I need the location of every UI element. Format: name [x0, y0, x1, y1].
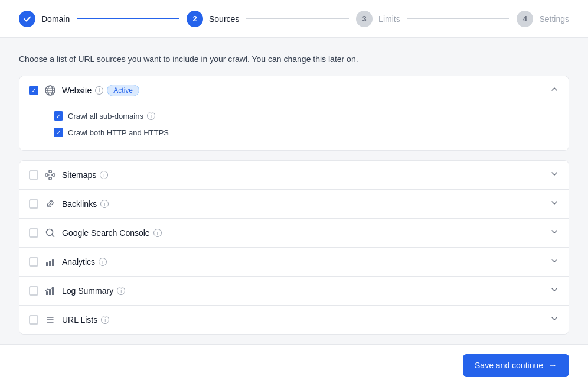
url-lists-checkbox[interactable] — [29, 315, 38, 325]
step-domain: Domain — [19, 11, 70, 27]
analytics-checkbox[interactable] — [29, 257, 38, 267]
analytics-label: Analytics i — [62, 257, 544, 267]
backlinks-row[interactable]: Backlinks i — [19, 190, 569, 218]
website-info-icon[interactable]: i — [95, 86, 103, 95]
subdomains-info-icon[interactable]: i — [147, 112, 155, 120]
step-sources: 2 Sources — [187, 11, 239, 27]
log-summary-info-icon[interactable]: i — [117, 287, 125, 295]
step-label-settings: Settings — [539, 14, 569, 24]
gsc-checkbox[interactable] — [29, 228, 38, 238]
svg-rect-8 — [49, 261, 51, 266]
svg-rect-10 — [46, 291, 48, 295]
gsc-label: Google Search Console i — [62, 228, 544, 238]
gsc-info-icon[interactable]: i — [153, 229, 162, 237]
svg-rect-7 — [46, 262, 48, 266]
analytics-chevron-icon — [550, 256, 559, 268]
footer: Save and continue → — [0, 344, 588, 386]
backlinks-chevron-icon — [550, 198, 559, 210]
sitemaps-chevron-icon — [550, 169, 559, 181]
website-chevron-up-icon — [550, 85, 559, 96]
page-description: Choose a list of URL sources you want to… — [19, 54, 569, 64]
analytics-icon — [44, 256, 56, 268]
url-lists-row[interactable]: URL Lists i — [19, 306, 569, 334]
step-settings: 4 Settings — [517, 11, 569, 27]
step-circle-sources: 2 — [187, 11, 203, 27]
backlinks-checkbox[interactable] — [29, 199, 38, 209]
subdomains-label: Crawl all sub-domains i — [68, 112, 155, 121]
log-summary-icon — [44, 285, 56, 297]
https-label: Crawl both HTTP and HTTPS — [68, 128, 169, 137]
step-line-2 — [246, 18, 349, 19]
step-label-limits: Limits — [378, 14, 400, 24]
search-icon — [44, 227, 56, 239]
svg-rect-12 — [52, 287, 54, 295]
website-label: Website i Active — [62, 85, 544, 96]
svg-rect-9 — [52, 259, 54, 266]
log-summary-row[interactable]: Log Summary i — [19, 277, 569, 305]
stepper: Domain 2 Sources 3 Limits 4 Settings — [0, 0, 588, 38]
main-content: Choose a list of URL sources you want to… — [0, 38, 588, 344]
save-continue-button[interactable]: Save and continue → — [463, 354, 569, 377]
step-circle-domain — [19, 11, 35, 27]
sitemaps-row[interactable]: Sitemaps i — [19, 161, 569, 189]
url-lists-info-icon[interactable]: i — [101, 316, 109, 324]
website-checkbox-check: ✓ — [31, 87, 36, 94]
step-line-3 — [407, 18, 510, 19]
step-label-domain: Domain — [41, 14, 70, 24]
sitemap-icon — [44, 169, 56, 181]
sitemaps-checkbox[interactable] — [29, 170, 38, 180]
step-line-1 — [77, 18, 179, 19]
sub-option-https: ✓ Crawl both HTTP and HTTPS — [29, 124, 559, 141]
log-summary-checkbox[interactable] — [29, 286, 38, 296]
other-sources-card: Sitemaps i Backlinks i — [19, 160, 569, 335]
subdomains-checkbox-check: ✓ — [56, 113, 61, 119]
backlinks-info-icon[interactable]: i — [100, 200, 109, 208]
website-checkbox[interactable]: ✓ — [29, 86, 38, 95]
svg-point-6 — [47, 229, 53, 236]
backlinks-label: Backlinks i — [62, 199, 544, 209]
analytics-info-icon[interactable]: i — [99, 258, 107, 266]
save-button-arrow-icon: → — [548, 360, 557, 371]
analytics-row[interactable]: Analytics i — [19, 248, 569, 276]
sub-option-subdomains: ✓ Crawl all sub-domains i — [29, 108, 559, 124]
sitemaps-info-icon[interactable]: i — [100, 171, 108, 179]
sitemaps-label: Sitemaps i — [62, 170, 544, 180]
step-circle-limits: 3 — [356, 11, 373, 27]
gsc-chevron-icon — [550, 227, 559, 239]
website-expanded-content: ✓ Crawl all sub-domains i ✓ Crawl both H… — [19, 105, 569, 150]
gsc-row[interactable]: Google Search Console i — [19, 219, 569, 247]
active-badge: Active — [107, 85, 139, 96]
url-lists-label: URL Lists i — [62, 315, 544, 325]
step-label-sources: Sources — [209, 14, 239, 24]
url-lists-chevron-icon — [550, 314, 559, 326]
link-icon — [44, 198, 56, 210]
website-row-header[interactable]: ✓ Website i Active — [19, 76, 569, 105]
https-checkbox-check: ✓ — [56, 129, 61, 136]
log-summary-label: Log Summary i — [62, 286, 544, 296]
url-lists-icon — [44, 314, 56, 326]
log-summary-chevron-icon — [550, 285, 559, 297]
https-checkbox[interactable]: ✓ — [54, 128, 63, 137]
step-limits: 3 Limits — [356, 11, 400, 27]
step-circle-settings: 4 — [517, 11, 533, 27]
subdomains-checkbox[interactable]: ✓ — [54, 111, 63, 121]
globe-icon — [44, 85, 56, 96]
website-card: ✓ Website i Active — [19, 76, 569, 151]
